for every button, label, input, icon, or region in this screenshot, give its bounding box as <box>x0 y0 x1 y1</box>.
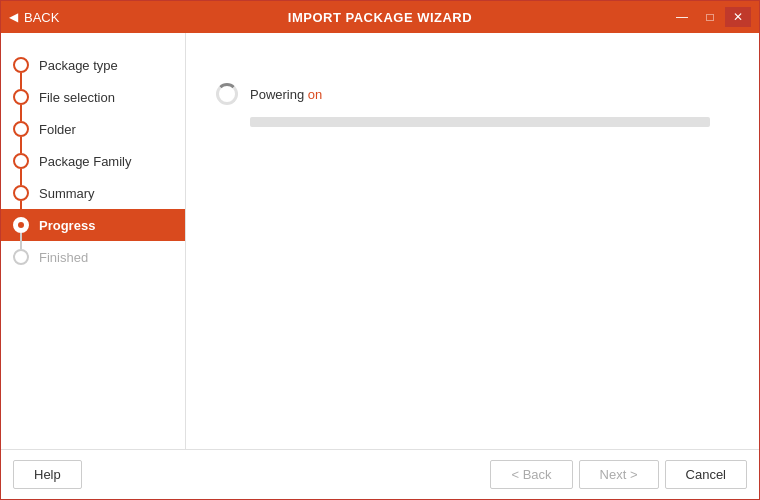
footer-left: Help <box>13 460 82 489</box>
sidebar: Package type File selection Folder Packa… <box>1 33 186 449</box>
footer: Help < Back Next > Cancel <box>1 449 759 499</box>
back-arrow-icon: ◀ <box>9 10 18 24</box>
progress-bar-container <box>250 117 710 127</box>
loading-spinner <box>216 83 238 105</box>
content-area: Package type File selection Folder Packa… <box>1 33 759 449</box>
main-panel: Powering on <box>186 33 759 449</box>
sidebar-item-package-type[interactable]: Package type <box>1 49 185 81</box>
close-button[interactable]: ✕ <box>725 7 751 27</box>
step-dot-finished <box>13 249 29 265</box>
step-label-folder: Folder <box>39 122 76 137</box>
step-dot-package-type <box>13 57 29 73</box>
progress-area: Powering on <box>216 83 710 127</box>
step-label-package-family: Package Family <box>39 154 131 169</box>
cancel-button[interactable]: Cancel <box>665 460 747 489</box>
step-label-package-type: Package type <box>39 58 118 73</box>
sidebar-item-finished[interactable]: Finished <box>1 241 185 273</box>
title-bar: ◀ BACK IMPORT PACKAGE WIZARD — □ ✕ <box>1 1 759 33</box>
minimize-button[interactable]: — <box>669 7 695 27</box>
step-label-finished: Finished <box>39 250 88 265</box>
window-title: IMPORT PACKAGE WIZARD <box>288 10 472 25</box>
window-controls: — □ ✕ <box>669 7 751 27</box>
powering-on-highlight: on <box>308 87 322 102</box>
sidebar-item-folder[interactable]: Folder <box>1 113 185 145</box>
step-label-summary: Summary <box>39 186 95 201</box>
back-button[interactable]: ◀ BACK <box>9 10 59 25</box>
back-button[interactable]: < Back <box>490 460 572 489</box>
step-label-file-selection: File selection <box>39 90 115 105</box>
sidebar-item-summary[interactable]: Summary <box>1 177 185 209</box>
spinner-row: Powering on <box>216 83 322 105</box>
step-dot-folder <box>13 121 29 137</box>
back-label: BACK <box>24 10 59 25</box>
sidebar-item-package-family[interactable]: Package Family <box>1 145 185 177</box>
window: ◀ BACK IMPORT PACKAGE WIZARD — □ ✕ Packa… <box>0 0 760 500</box>
maximize-button[interactable]: □ <box>697 7 723 27</box>
step-dot-progress <box>13 217 29 233</box>
sidebar-item-file-selection[interactable]: File selection <box>1 81 185 113</box>
footer-right: < Back Next > Cancel <box>490 460 747 489</box>
step-dot-file-selection <box>13 89 29 105</box>
sidebar-item-progress[interactable]: Progress <box>1 209 185 241</box>
step-label-progress: Progress <box>39 218 95 233</box>
step-dot-package-family <box>13 153 29 169</box>
help-button[interactable]: Help <box>13 460 82 489</box>
next-button[interactable]: Next > <box>579 460 659 489</box>
step-dot-summary <box>13 185 29 201</box>
powering-on-text: Powering on <box>250 87 322 102</box>
